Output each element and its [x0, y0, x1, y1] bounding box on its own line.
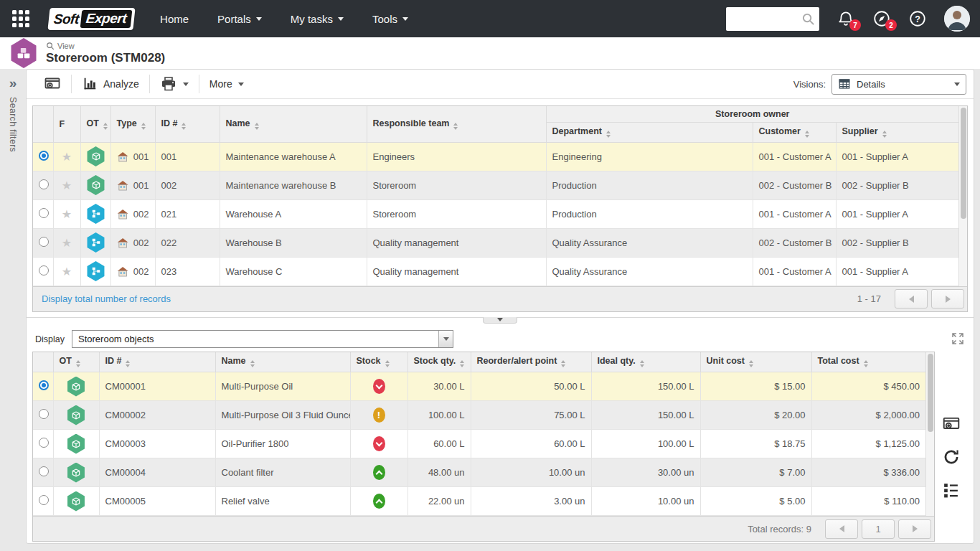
- col-department[interactable]: Department: [546, 122, 753, 142]
- table-row[interactable]: CM00005 Relief valve 22.00 un 3.00 un 10…: [33, 487, 925, 516]
- expand-filters-icon[interactable]: »: [9, 76, 17, 90]
- sort-icon: [805, 131, 809, 138]
- sort-icon: [76, 360, 80, 367]
- col-supplier[interactable]: Supplier: [836, 122, 958, 142]
- row-radio[interactable]: [39, 438, 49, 448]
- table-row[interactable]: ★ 002 021 Warehouse A Storeroom Producti…: [33, 199, 958, 228]
- visions-select[interactable]: Details: [831, 74, 966, 95]
- sort-icon: [453, 123, 458, 130]
- page-number-button[interactable]: 1: [862, 519, 895, 539]
- row-radio[interactable]: [39, 237, 49, 247]
- col-type[interactable]: Type: [110, 106, 155, 142]
- sort-icon: [126, 360, 130, 367]
- col-ot[interactable]: OT: [80, 106, 110, 142]
- sort-icon: [882, 131, 887, 138]
- col-stock[interactable]: Stock: [350, 352, 407, 372]
- row-radio[interactable]: [39, 495, 49, 505]
- list-view-button[interactable]: [942, 481, 961, 499]
- apps-grid-icon[interactable]: [10, 8, 32, 29]
- print-button[interactable]: [150, 70, 199, 98]
- col-name[interactable]: Name: [220, 106, 367, 142]
- list-icon: [942, 481, 960, 499]
- favorite-star-icon[interactable]: ★: [62, 208, 72, 220]
- col-customer[interactable]: Customer: [753, 122, 836, 142]
- select-column-header: [33, 106, 53, 142]
- view-record-button[interactable]: [34, 70, 71, 98]
- notifications-button[interactable]: 7: [837, 9, 855, 28]
- storerooms-table: F OT Type ID # Name Responsible team Sto…: [32, 105, 968, 312]
- refresh-button[interactable]: [942, 448, 961, 466]
- sort-icon: [606, 131, 611, 138]
- table-row[interactable]: CM00004 Coolant filter 48.00 un 10.00 un…: [33, 458, 925, 487]
- col-stock-qty[interactable]: Stock qty.: [407, 352, 471, 372]
- col-favorite[interactable]: F: [53, 106, 80, 142]
- search-filters-strip[interactable]: » Search filters: [0, 69, 26, 551]
- search-filters-label: Search filters: [8, 97, 18, 152]
- col-name[interactable]: Name: [215, 352, 350, 372]
- table2-footer: Total records: 9 1: [33, 516, 934, 541]
- display-total-records-link[interactable]: Display total number of records: [42, 293, 171, 304]
- print-dropdown-icon[interactable]: [183, 83, 189, 86]
- menu-my-tasks[interactable]: My tasks: [291, 13, 344, 25]
- assistant-button[interactable]: 2: [872, 9, 891, 28]
- table-row[interactable]: ★ 002 022 Warehouse B Quality management…: [33, 228, 958, 257]
- favorite-star-icon[interactable]: ★: [62, 237, 72, 249]
- stock-warning-icon: !: [373, 408, 385, 423]
- favorite-star-icon[interactable]: ★: [62, 265, 72, 278]
- sort-icon: [141, 123, 146, 130]
- col-id[interactable]: ID #: [99, 352, 215, 372]
- select-arrow-button[interactable]: [438, 331, 453, 347]
- col-id[interactable]: ID #: [155, 106, 220, 142]
- favorite-star-icon[interactable]: ★: [62, 179, 72, 192]
- display-select[interactable]: Storeroom objects: [72, 330, 453, 348]
- view-label: View: [57, 42, 75, 50]
- table-row[interactable]: ★ 002 023 Warehouse C Quality management…: [33, 257, 958, 286]
- table-row[interactable]: ★ 001 001 Maintenance warehouse A Engine…: [33, 142, 958, 171]
- table2-vertical-scrollbar[interactable]: [925, 352, 934, 517]
- stock-low-icon: [373, 379, 385, 394]
- table-row[interactable]: ★ 001 002 Maintenance warehouse B Storer…: [33, 171, 958, 199]
- col-responsible-team[interactable]: Responsible team: [367, 106, 546, 142]
- expand-section-button[interactable]: [951, 331, 966, 347]
- next-page-button[interactable]: [898, 519, 931, 539]
- softexpert-logo[interactable]: Soft Expert: [47, 8, 135, 30]
- table-row[interactable]: CM00002 Multi-Purpose Oil 3 Fluid Ounce …: [33, 401, 925, 430]
- table-row[interactable]: CM00001 Multi-Purpose Oil 30.00 L 50.00 …: [33, 372, 925, 401]
- help-button[interactable]: ?: [908, 9, 927, 28]
- row-radio[interactable]: [39, 179, 49, 189]
- menu-tools[interactable]: Tools: [372, 13, 408, 25]
- table-row[interactable]: CM00003 Oil-Purifier 1800 60.00 L 60.00 …: [33, 430, 925, 458]
- col-reorder-point[interactable]: Reorder/alert point: [471, 352, 591, 372]
- next-page-button[interactable]: [931, 289, 964, 309]
- user-avatar[interactable]: [944, 6, 970, 32]
- prev-page-button[interactable]: [825, 519, 858, 539]
- row-radio[interactable]: [39, 151, 49, 161]
- material-ot-icon: [87, 146, 105, 166]
- printer-icon: [160, 75, 177, 93]
- favorite-star-icon[interactable]: ★: [62, 151, 72, 163]
- prev-page-button[interactable]: [895, 289, 928, 309]
- menu-portals[interactable]: Portals: [217, 13, 262, 25]
- view-object-button[interactable]: [942, 415, 961, 433]
- analyze-button[interactable]: Analyze: [72, 70, 149, 98]
- chevron-down-icon: [338, 17, 344, 21]
- svg-text:?: ?: [915, 14, 920, 24]
- panel-splitter[interactable]: [27, 317, 974, 326]
- search-icon[interactable]: [801, 12, 815, 29]
- col-ideal-qty[interactable]: Ideal qty.: [591, 352, 700, 372]
- row-radio[interactable]: [39, 265, 49, 276]
- row-radio[interactable]: [39, 409, 49, 419]
- table1-vertical-scrollbar[interactable]: [958, 106, 967, 286]
- table1-footer: Display total number of records 1 - 17: [33, 286, 967, 311]
- row-radio[interactable]: [39, 380, 49, 390]
- col-total-cost[interactable]: Total cost: [811, 352, 925, 372]
- row-radio[interactable]: [39, 208, 49, 218]
- arrow-left-icon: [839, 525, 844, 532]
- material-ot-icon: [67, 434, 85, 454]
- splitter-collapse-handle[interactable]: [483, 317, 517, 324]
- row-radio[interactable]: [39, 466, 49, 476]
- menu-home[interactable]: Home: [160, 13, 189, 25]
- more-button[interactable]: More: [199, 70, 254, 98]
- col-unit-cost[interactable]: Unit cost: [700, 352, 811, 372]
- col-ot[interactable]: OT: [53, 352, 99, 372]
